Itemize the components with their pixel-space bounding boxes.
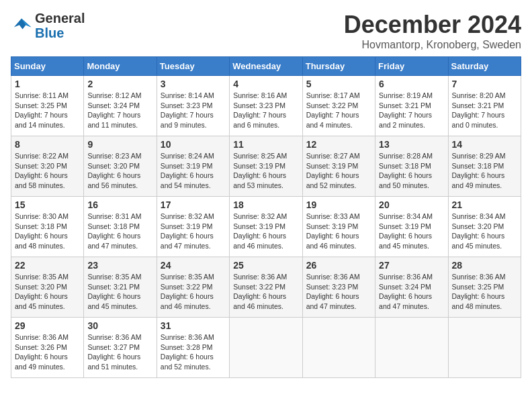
- calendar-table: SundayMondayTuesdayWednesdayThursdayFrid…: [11, 56, 521, 378]
- calendar-cell: 31 Sunrise: 8:36 AM Sunset: 3:28 PM Dayl…: [157, 318, 229, 378]
- calendar-cell: 16 Sunrise: 8:31 AM Sunset: 3:18 PM Dayl…: [84, 197, 157, 257]
- day-number: 1: [15, 79, 80, 89]
- day-info: Sunrise: 8:36 AM Sunset: 3:23 PM Dayligh…: [306, 272, 371, 312]
- day-number: 18: [233, 199, 298, 210]
- logo-blue-text: Blue: [35, 26, 64, 40]
- day-number: 10: [161, 139, 226, 150]
- day-number: 12: [306, 139, 371, 150]
- location-title: Hovmantorp, Kronoberg, Sweden: [344, 39, 521, 51]
- day-info: Sunrise: 8:16 AM Sunset: 3:23 PM Dayligh…: [233, 91, 298, 130]
- calendar-cell: 30 Sunrise: 8:36 AM Sunset: 3:27 PM Dayl…: [84, 318, 157, 378]
- day-number: 26: [306, 260, 371, 271]
- page-header: General Blue December 2024 Hovmantorp, K…: [11, 11, 521, 51]
- day-info: Sunrise: 8:36 AM Sunset: 3:27 PM Dayligh…: [87, 332, 152, 372]
- calendar-cell: [302, 318, 375, 378]
- day-info: Sunrise: 8:34 AM Sunset: 3:20 PM Dayligh…: [452, 212, 517, 251]
- calendar-cell: 5 Sunrise: 8:17 AM Sunset: 3:22 PM Dayli…: [302, 76, 375, 136]
- day-number: 23: [87, 260, 152, 271]
- day-info: Sunrise: 8:22 AM Sunset: 3:20 PM Dayligh…: [15, 151, 80, 191]
- calendar-header-monday: Monday: [84, 57, 157, 76]
- calendar-week-row: 29 Sunrise: 8:36 AM Sunset: 3:26 PM Dayl…: [11, 318, 521, 378]
- calendar-cell: 7 Sunrise: 8:20 AM Sunset: 3:21 PM Dayli…: [448, 76, 521, 136]
- calendar-cell: 2 Sunrise: 8:12 AM Sunset: 3:24 PM Dayli…: [84, 76, 157, 136]
- calendar-header-sunday: Sunday: [11, 57, 84, 76]
- day-info: Sunrise: 8:35 AM Sunset: 3:22 PM Dayligh…: [161, 272, 226, 312]
- day-info: Sunrise: 8:35 AM Sunset: 3:20 PM Dayligh…: [15, 272, 80, 312]
- day-number: 21: [452, 199, 517, 210]
- day-info: Sunrise: 8:36 AM Sunset: 3:24 PM Dayligh…: [379, 272, 444, 312]
- calendar-header-wednesday: Wednesday: [230, 57, 302, 76]
- calendar-cell: [448, 318, 521, 378]
- calendar-cell: 29 Sunrise: 8:36 AM Sunset: 3:26 PM Dayl…: [11, 318, 84, 378]
- calendar-cell: 10 Sunrise: 8:24 AM Sunset: 3:19 PM Dayl…: [157, 136, 229, 197]
- day-number: 31: [161, 320, 226, 331]
- day-info: Sunrise: 8:11 AM Sunset: 3:25 PM Dayligh…: [15, 91, 80, 130]
- calendar-week-row: 15 Sunrise: 8:30 AM Sunset: 3:18 PM Dayl…: [11, 197, 521, 257]
- day-number: 3: [161, 79, 226, 89]
- calendar-cell: 15 Sunrise: 8:30 AM Sunset: 3:18 PM Dayl…: [11, 197, 84, 257]
- day-info: Sunrise: 8:24 AM Sunset: 3:19 PM Dayligh…: [161, 151, 226, 191]
- day-info: Sunrise: 8:19 AM Sunset: 3:21 PM Dayligh…: [379, 91, 444, 130]
- day-number: 6: [379, 79, 444, 89]
- calendar-cell: 24 Sunrise: 8:35 AM Sunset: 3:22 PM Dayl…: [157, 257, 229, 318]
- day-number: 4: [233, 79, 298, 89]
- title-area: December 2024 Hovmantorp, Kronoberg, Swe…: [344, 11, 521, 51]
- calendar-header-thursday: Thursday: [302, 57, 375, 76]
- calendar-cell: 20 Sunrise: 8:34 AM Sunset: 3:19 PM Dayl…: [375, 197, 448, 257]
- day-number: 20: [379, 199, 444, 210]
- day-number: 5: [306, 79, 371, 89]
- month-title: December 2024: [344, 11, 521, 39]
- day-info: Sunrise: 8:32 AM Sunset: 3:19 PM Dayligh…: [233, 212, 298, 251]
- day-number: 13: [379, 139, 444, 150]
- day-number: 25: [233, 260, 298, 271]
- day-number: 24: [161, 260, 226, 271]
- day-info: Sunrise: 8:36 AM Sunset: 3:25 PM Dayligh…: [452, 272, 517, 312]
- day-number: 15: [15, 199, 80, 210]
- day-info: Sunrise: 8:33 AM Sunset: 3:19 PM Dayligh…: [306, 212, 371, 251]
- day-info: Sunrise: 8:31 AM Sunset: 3:18 PM Dayligh…: [87, 212, 152, 251]
- calendar-header-tuesday: Tuesday: [157, 57, 229, 76]
- day-info: Sunrise: 8:36 AM Sunset: 3:26 PM Dayligh…: [15, 332, 80, 372]
- day-info: Sunrise: 8:35 AM Sunset: 3:21 PM Dayligh…: [87, 272, 152, 312]
- calendar-cell: 22 Sunrise: 8:35 AM Sunset: 3:20 PM Dayl…: [11, 257, 84, 318]
- logo-general-text: General: [35, 11, 85, 26]
- calendar-cell: 28 Sunrise: 8:36 AM Sunset: 3:25 PM Dayl…: [448, 257, 521, 318]
- calendar-cell: 21 Sunrise: 8:34 AM Sunset: 3:20 PM Dayl…: [448, 197, 521, 257]
- calendar-cell: 14 Sunrise: 8:29 AM Sunset: 3:18 PM Dayl…: [448, 136, 521, 197]
- day-number: 8: [15, 139, 80, 150]
- calendar-cell: 9 Sunrise: 8:23 AM Sunset: 3:20 PM Dayli…: [84, 136, 157, 197]
- day-info: Sunrise: 8:36 AM Sunset: 3:28 PM Dayligh…: [161, 332, 226, 372]
- day-number: 29: [15, 320, 80, 331]
- calendar-cell: [375, 318, 448, 378]
- calendar-cell: 11 Sunrise: 8:25 AM Sunset: 3:19 PM Dayl…: [230, 136, 302, 197]
- calendar-week-row: 8 Sunrise: 8:22 AM Sunset: 3:20 PM Dayli…: [11, 136, 521, 197]
- day-info: Sunrise: 8:29 AM Sunset: 3:18 PM Dayligh…: [452, 151, 517, 191]
- calendar-cell: 13 Sunrise: 8:28 AM Sunset: 3:18 PM Dayl…: [375, 136, 448, 197]
- day-info: Sunrise: 8:17 AM Sunset: 3:22 PM Dayligh…: [306, 91, 371, 130]
- calendar-cell: 19 Sunrise: 8:33 AM Sunset: 3:19 PM Dayl…: [302, 197, 375, 257]
- day-number: 9: [87, 139, 152, 150]
- day-number: 22: [15, 260, 80, 271]
- day-info: Sunrise: 8:28 AM Sunset: 3:18 PM Dayligh…: [379, 151, 444, 191]
- calendar-cell: 17 Sunrise: 8:32 AM Sunset: 3:19 PM Dayl…: [157, 197, 229, 257]
- day-number: 14: [452, 139, 517, 150]
- day-info: Sunrise: 8:23 AM Sunset: 3:20 PM Dayligh…: [87, 151, 152, 191]
- logo-icon: [11, 16, 32, 35]
- svg-marker-0: [14, 19, 32, 30]
- calendar-cell: 1 Sunrise: 8:11 AM Sunset: 3:25 PM Dayli…: [11, 76, 84, 136]
- day-info: Sunrise: 8:14 AM Sunset: 3:23 PM Dayligh…: [161, 91, 226, 130]
- day-number: 16: [87, 199, 152, 210]
- day-number: 27: [379, 260, 444, 271]
- calendar-week-row: 1 Sunrise: 8:11 AM Sunset: 3:25 PM Dayli…: [11, 76, 521, 136]
- day-number: 30: [87, 320, 152, 331]
- day-info: Sunrise: 8:34 AM Sunset: 3:19 PM Dayligh…: [379, 212, 444, 251]
- calendar-cell: 12 Sunrise: 8:27 AM Sunset: 3:19 PM Dayl…: [302, 136, 375, 197]
- day-number: 11: [233, 139, 298, 150]
- calendar-cell: 25 Sunrise: 8:36 AM Sunset: 3:22 PM Dayl…: [230, 257, 302, 318]
- day-info: Sunrise: 8:27 AM Sunset: 3:19 PM Dayligh…: [306, 151, 371, 191]
- calendar-header-saturday: Saturday: [448, 57, 521, 76]
- logo: General Blue: [11, 11, 85, 40]
- day-info: Sunrise: 8:32 AM Sunset: 3:19 PM Dayligh…: [161, 212, 226, 251]
- day-number: 2: [87, 79, 152, 89]
- calendar-week-row: 22 Sunrise: 8:35 AM Sunset: 3:20 PM Dayl…: [11, 257, 521, 318]
